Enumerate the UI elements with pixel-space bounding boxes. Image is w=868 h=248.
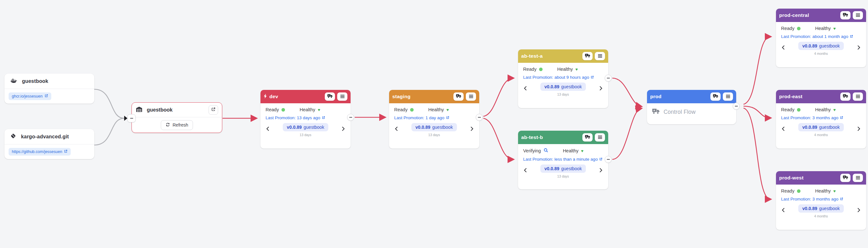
stage-menu-button[interactable] bbox=[853, 11, 863, 20]
stage-title: dev bbox=[269, 94, 322, 100]
freight-age: 13 days bbox=[428, 133, 440, 137]
collapse-button-ab-test-b[interactable] bbox=[605, 156, 612, 163]
freight-timeline-button[interactable] bbox=[454, 92, 464, 101]
stage-card-prod-central[interactable]: prod-central Ready Healthy Last Promotio… bbox=[776, 9, 866, 67]
stage-header: staging bbox=[389, 90, 479, 103]
stage-card-ab-test-a[interactable]: ab-test-a Ready Healthy Last Promotion: … bbox=[518, 49, 608, 108]
freight-timeline-button[interactable] bbox=[840, 92, 850, 101]
freight-version-badge[interactable]: v0.0.89guestbook bbox=[411, 123, 457, 131]
stage-menu-button[interactable] bbox=[337, 92, 347, 101]
stage-header: prod-west bbox=[776, 171, 866, 185]
external-link-icon bbox=[850, 34, 853, 39]
chevron-left-button[interactable] bbox=[266, 125, 270, 134]
stage-card-prod[interactable]: prod Control Flow bbox=[647, 90, 736, 124]
stage-header: prod bbox=[647, 90, 736, 103]
warehouse-in-arrowhead bbox=[124, 116, 127, 121]
freight-timeline-button[interactable] bbox=[840, 11, 850, 20]
chevron-left-button[interactable] bbox=[781, 206, 785, 215]
healthy-heart-icon bbox=[833, 188, 836, 193]
freight-timeline-button[interactable] bbox=[325, 92, 335, 101]
stage-menu-button[interactable] bbox=[595, 52, 605, 60]
external-link-icon bbox=[840, 115, 843, 120]
collapse-button-prod[interactable] bbox=[733, 103, 740, 110]
refresh-button[interactable]: Refresh bbox=[161, 120, 193, 130]
freight-timeline-button[interactable] bbox=[710, 92, 720, 101]
stage-menu-button[interactable] bbox=[723, 92, 733, 101]
stage-title: ab-test-a bbox=[521, 53, 580, 59]
freight-version-badge[interactable]: v0.0.89guestbook bbox=[798, 123, 844, 131]
truck-icon bbox=[456, 94, 461, 99]
external-link-icon bbox=[211, 107, 216, 112]
repo-card-git[interactable]: kargo-advanced.git https://github.com/je… bbox=[4, 129, 94, 159]
stage-health: Healthy bbox=[557, 66, 578, 72]
freight-version-badge[interactable]: v0.0.89guestbook bbox=[798, 42, 844, 50]
freight-version-badge[interactable]: v0.0.89guestbook bbox=[540, 83, 586, 91]
chevron-right-button[interactable] bbox=[857, 44, 861, 52]
last-promotion-link[interactable]: Last Promotion: 3 months ago bbox=[781, 197, 861, 201]
menu-icon bbox=[856, 13, 860, 18]
collapse-button-staging[interactable] bbox=[476, 114, 483, 121]
repo-title: kargo-advanced.git bbox=[21, 134, 69, 140]
freight-timeline-button[interactable] bbox=[582, 52, 593, 60]
freight-timeline-button[interactable] bbox=[840, 174, 850, 182]
stage-menu-button[interactable] bbox=[853, 92, 863, 101]
warehouse-title: guestbook bbox=[147, 107, 205, 113]
collapse-button-warehouse[interactable] bbox=[127, 114, 136, 122]
warehouse-card-guestbook[interactable]: guestbook Refresh bbox=[131, 102, 222, 133]
chevron-right-button[interactable] bbox=[857, 125, 861, 134]
warehouse-open-button[interactable] bbox=[209, 105, 218, 115]
freight-timeline-button[interactable] bbox=[582, 133, 593, 141]
chevron-right-button[interactable] bbox=[470, 125, 474, 134]
stage-card-dev[interactable]: dev Ready Healthy Last Promotion: 13 day… bbox=[260, 90, 350, 148]
stage-card-staging[interactable]: staging Ready Healthy Last Promotion: 1 … bbox=[389, 90, 479, 148]
collapse-icon bbox=[130, 118, 133, 118]
truck-icon bbox=[713, 94, 718, 99]
chevron-left-button[interactable] bbox=[523, 166, 528, 175]
stage-card-prod-west[interactable]: prod-west Ready Healthy Last Promotion: … bbox=[776, 171, 866, 230]
stage-phase: Ready bbox=[781, 107, 801, 112]
chevron-left-button[interactable] bbox=[523, 84, 528, 93]
stage-health: Healthy bbox=[300, 107, 320, 112]
chevron-right-button[interactable] bbox=[341, 125, 345, 134]
collapse-button-ab-test-a[interactable] bbox=[605, 75, 612, 82]
collapse-icon bbox=[478, 117, 481, 118]
repo-link[interactable]: https://github.com/jessesuen bbox=[9, 148, 71, 156]
collapse-icon bbox=[607, 159, 610, 160]
collapse-icon bbox=[349, 117, 352, 118]
last-promotion-link[interactable]: Last Promotion: 13 days ago bbox=[266, 115, 345, 120]
repo-card-image[interactable]: guestbook ghcr.io/jessesuen bbox=[4, 74, 94, 104]
last-promotion-link[interactable]: Last Promotion: about 9 hours ago bbox=[523, 75, 603, 80]
last-promotion-link[interactable]: Last Promotion: 3 months ago bbox=[781, 115, 861, 120]
stage-phase: Ready bbox=[781, 188, 801, 193]
chevron-left-button[interactable] bbox=[394, 125, 399, 134]
chevron-left-button[interactable] bbox=[781, 44, 785, 52]
edge-staging-to-ab-test-b bbox=[483, 118, 513, 159]
freight-version-badge[interactable]: v0.0.89guestbook bbox=[540, 164, 586, 173]
stage-menu-button[interactable] bbox=[595, 133, 605, 141]
docker-icon bbox=[10, 78, 17, 85]
last-promotion-link[interactable]: Last Promotion: about 1 month ago bbox=[781, 34, 861, 39]
collapse-button-dev[interactable] bbox=[347, 114, 354, 121]
last-promotion-link[interactable]: Last Promotion: less than a minute ago bbox=[523, 157, 603, 162]
stage-header: ab-test-b bbox=[518, 131, 608, 144]
stage-menu-button[interactable] bbox=[466, 92, 476, 101]
stage-health: Healthy bbox=[428, 107, 449, 112]
ready-dot-icon bbox=[797, 189, 801, 193]
freight-version-badge[interactable]: v0.0.89guestbook bbox=[283, 123, 328, 131]
truck-icon bbox=[843, 13, 848, 18]
chevron-left-button[interactable] bbox=[781, 125, 785, 134]
menu-icon bbox=[340, 94, 345, 99]
chevron-right-button[interactable] bbox=[857, 206, 861, 215]
stage-header: dev bbox=[260, 90, 350, 103]
stage-card-prod-east[interactable]: prod-east Ready Healthy Last Promotion: … bbox=[776, 90, 866, 148]
external-link-icon bbox=[591, 75, 594, 80]
edge-prod-to-prod-west bbox=[744, 108, 771, 199]
stage-menu-button[interactable] bbox=[853, 174, 863, 182]
freight-version-badge[interactable]: v0.0.89guestbook bbox=[798, 204, 844, 213]
chevron-right-button[interactable] bbox=[599, 84, 603, 93]
last-promotion-link[interactable]: Last Promotion: 1 day ago bbox=[394, 115, 474, 120]
chevron-right-button[interactable] bbox=[599, 166, 603, 175]
truck-icon bbox=[585, 54, 590, 59]
stage-card-ab-test-b[interactable]: ab-test-b Verifying Healthy Last Promoti… bbox=[518, 131, 608, 189]
repo-link[interactable]: ghcr.io/jessesuen bbox=[9, 92, 51, 100]
